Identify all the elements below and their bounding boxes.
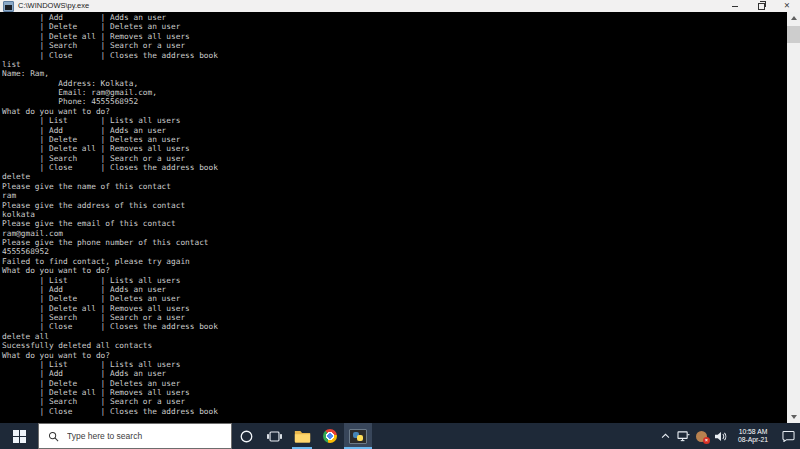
- taskbar-search[interactable]: [38, 423, 232, 449]
- file-explorer-button[interactable]: [288, 423, 316, 449]
- folder-icon: [294, 429, 311, 443]
- console-viewport[interactable]: | Add | Adds an user | Delete | Deletes …: [0, 12, 800, 423]
- arrow-down-icon: [791, 415, 797, 419]
- speaker-icon: [714, 431, 727, 442]
- action-center-icon: [782, 430, 795, 442]
- clock-time: 10:58 AM: [739, 428, 768, 436]
- system-tray: × 10:58 AM 08-Apr-21: [656, 423, 800, 449]
- shield-alert-icon: ×: [696, 431, 707, 442]
- tray-overflow-button[interactable]: [656, 423, 674, 449]
- start-button[interactable]: [0, 423, 38, 449]
- cortana-circle-icon: [239, 429, 254, 444]
- minimize-icon: [732, 6, 738, 7]
- alert-badge-icon: ×: [703, 437, 710, 444]
- close-icon: ✕: [784, 0, 790, 12]
- task-view-button[interactable]: [260, 423, 288, 449]
- python-console-button[interactable]: [344, 423, 372, 449]
- window-title: C:\WINDOWS\py.exe: [18, 0, 89, 12]
- close-button[interactable]: ✕: [774, 0, 800, 12]
- clock-date: 08-Apr-21: [738, 436, 768, 444]
- network-icon: [677, 431, 690, 442]
- task-view-icon: [267, 430, 282, 443]
- network-tray-button[interactable]: [674, 423, 692, 449]
- python-console-icon: [349, 429, 367, 444]
- window-controls: ✕: [722, 0, 800, 12]
- magnifier-icon: [48, 431, 59, 442]
- taskbar-clock[interactable]: 10:58 AM 08-Apr-21: [730, 423, 776, 449]
- windows-logo-icon: [13, 430, 26, 443]
- chrome-icon: [323, 429, 337, 443]
- desktop-screen: C:\WINDOWS\py.exe ✕ | Add | Adds an user…: [0, 0, 800, 449]
- action-center-button[interactable]: [776, 423, 800, 449]
- console-scrollbar[interactable]: [787, 12, 800, 423]
- chevron-up-icon: [661, 433, 670, 439]
- console-titlebar[interactable]: C:\WINDOWS\py.exe ✕: [0, 0, 800, 12]
- volume-tray-button[interactable]: [711, 423, 730, 449]
- maximize-button[interactable]: [748, 0, 774, 12]
- arrow-up-icon: [791, 16, 797, 20]
- scrollbar-thumb[interactable]: [787, 26, 800, 43]
- taskbar: × 10:58 AM 08-Apr-21: [0, 423, 800, 449]
- antivirus-tray-button[interactable]: ×: [692, 423, 711, 449]
- console-window-icon: [3, 1, 14, 12]
- search-input[interactable]: [65, 430, 231, 442]
- chrome-button[interactable]: [316, 423, 344, 449]
- restore-icon: [758, 3, 765, 10]
- console-output: | Add | Adds an user | Delete | Deletes …: [2, 13, 218, 416]
- scroll-down-button[interactable]: [787, 411, 800, 423]
- scroll-up-button[interactable]: [787, 12, 800, 24]
- cortana-button[interactable]: [232, 423, 260, 449]
- minimize-button[interactable]: [722, 0, 748, 12]
